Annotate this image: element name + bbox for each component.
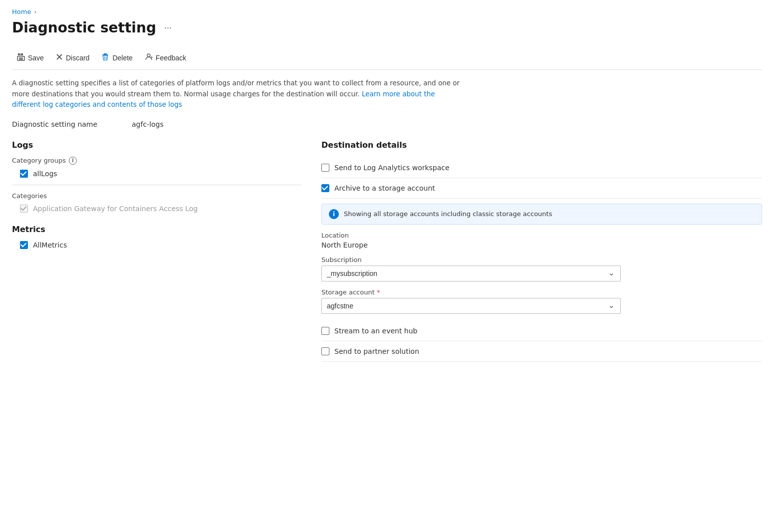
- log-analytics-label: Send to Log Analytics workspace: [334, 164, 450, 172]
- svg-rect-7: [102, 54, 108, 55]
- category-groups-info-icon[interactable]: i: [69, 157, 77, 165]
- log-analytics-row: Send to Log Analytics workspace: [321, 158, 762, 178]
- breadcrumb-separator: ›: [34, 8, 36, 15]
- access-log-row: Application Gateway for Containers Acces…: [20, 205, 301, 213]
- event-hub-label: Stream to an event hub: [334, 327, 417, 335]
- categories-divider: [12, 185, 301, 185]
- logs-title: Logs: [12, 140, 301, 150]
- storage-info-banner: i Showing all storage accounts including…: [321, 204, 762, 225]
- ellipsis-button[interactable]: ···: [161, 21, 175, 34]
- delete-button[interactable]: Delete: [96, 50, 137, 65]
- partner-solution-label: Send to partner solution: [334, 347, 419, 355]
- partner-solution-row: Send to partner solution: [321, 341, 762, 362]
- subscription-field: Subscription _mysubscription: [321, 256, 762, 281]
- svg-rect-6: [104, 53, 107, 54]
- access-log-checkbox: [20, 205, 28, 213]
- storage-account-select[interactable]: agfcstne: [321, 298, 621, 314]
- breadcrumb-home[interactable]: Home: [12, 8, 31, 15]
- allMetrics-row: AllMetrics: [20, 241, 301, 249]
- svg-rect-3: [19, 57, 23, 60]
- storage-account-label: Storage account: [321, 288, 762, 296]
- breadcrumb: Home ›: [12, 8, 762, 15]
- left-panel: Logs Category groups i allLogs: [12, 140, 321, 362]
- discard-label: Discard: [66, 54, 89, 62]
- discard-button[interactable]: Discard: [51, 50, 94, 65]
- discard-icon: [56, 53, 63, 62]
- metrics-title: Metrics: [12, 225, 301, 234]
- category-groups-subsection: Category groups i allLogs: [12, 157, 301, 178]
- categories-subsection: Categories Application Gateway for Conta…: [12, 192, 301, 213]
- info-icon: i: [329, 209, 339, 219]
- page-title-row: Diagnostic setting ···: [12, 19, 762, 36]
- destination-title: Destination details: [321, 140, 762, 150]
- svg-rect-1: [19, 53, 21, 55]
- storage-account-label: Archive to a storage account: [334, 184, 435, 192]
- save-label: Save: [28, 54, 44, 62]
- page-title: Diagnostic setting: [12, 19, 156, 36]
- toolbar: Save Discard Delete: [12, 46, 762, 70]
- partner-solution-checkbox[interactable]: [321, 347, 329, 355]
- allLogs-label: allLogs: [33, 170, 57, 178]
- allLogs-row: allLogs: [20, 170, 301, 178]
- save-icon: [17, 53, 25, 62]
- delete-icon: [101, 53, 109, 62]
- allMetrics-checkbox[interactable]: [20, 241, 28, 249]
- feedback-label: Feedback: [156, 54, 186, 62]
- storage-account-field: Storage account agfcstne: [321, 288, 762, 314]
- event-hub-checkbox[interactable]: [321, 327, 329, 335]
- event-hub-row: Stream to an event hub: [321, 321, 762, 341]
- location-value: North Europe: [321, 241, 762, 249]
- categories-label: Categories: [12, 192, 301, 200]
- right-panel: Destination details Send to Log Analytic…: [321, 140, 762, 362]
- metrics-section: Metrics AllMetrics: [12, 225, 301, 249]
- info-banner-text: Showing all storage accounts including c…: [344, 210, 552, 218]
- log-analytics-checkbox[interactable]: [321, 164, 329, 172]
- category-groups-label: Category groups i: [12, 157, 301, 165]
- location-field: Location North Europe: [321, 232, 762, 249]
- allMetrics-label: AllMetrics: [33, 241, 67, 249]
- access-log-label: Application Gateway for Containers Acces…: [33, 205, 198, 213]
- feedback-button[interactable]: Feedback: [140, 50, 191, 65]
- allLogs-checkbox[interactable]: [20, 170, 28, 178]
- feedback-icon: [145, 53, 153, 62]
- location-label: Location: [321, 232, 762, 239]
- save-button[interactable]: Save: [12, 50, 49, 65]
- main-content: Logs Category groups i allLogs: [12, 140, 762, 362]
- setting-name-row: Diagnostic setting name agfc-logs: [12, 120, 762, 128]
- setting-name-label: Diagnostic setting name: [12, 120, 102, 128]
- subscription-select[interactable]: _mysubscription: [321, 266, 621, 281]
- setting-name-value: agfc-logs: [132, 120, 164, 128]
- subscription-label: Subscription: [321, 256, 762, 264]
- description-block: A diagnostic setting specifies a list of…: [12, 78, 461, 110]
- subscription-select-wrapper: _mysubscription: [321, 266, 621, 281]
- storage-account-checkbox[interactable]: [321, 184, 329, 192]
- storage-account-select-wrapper: agfcstne: [321, 298, 621, 314]
- logs-section: Logs Category groups i allLogs: [12, 140, 301, 213]
- delete-label: Delete: [112, 54, 132, 62]
- svg-point-10: [147, 54, 150, 57]
- storage-account-row: Archive to a storage account: [321, 178, 762, 199]
